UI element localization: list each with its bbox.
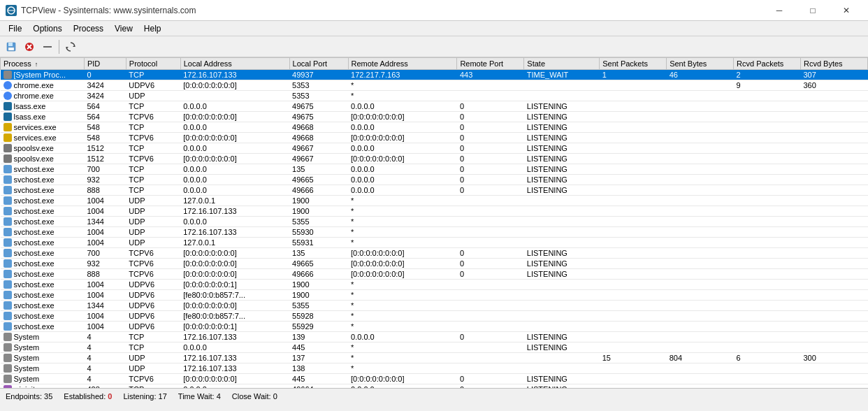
closewait-label: Close Wait: xyxy=(232,392,271,401)
table-row[interactable]: svchost.exe932TCP0.0.0.0496650.0.0.00LIS… xyxy=(1,175,868,185)
listening-status: Listening: 17 xyxy=(123,392,166,401)
col-header-pid[interactable]: PID xyxy=(84,58,126,70)
save-button[interactable] xyxy=(3,38,20,55)
svg-marker-10 xyxy=(66,47,68,49)
svg-rect-3 xyxy=(8,43,13,46)
app-icon xyxy=(6,5,17,16)
col-header-rcvdbytes[interactable]: Rcvd Bytes xyxy=(800,58,867,70)
menu-view[interactable]: View xyxy=(109,22,138,35)
col-header-state[interactable]: State xyxy=(524,58,600,70)
table-row[interactable]: lsass.exe564TCPV6[0:0:0:0:0:0:0:0]49675[… xyxy=(1,112,868,122)
table-row[interactable]: spoolsv.exe1512TCP0.0.0.0496670.0.0.00LI… xyxy=(1,143,868,154)
table-row[interactable]: System4TCPV6[0:0:0:0:0:0:0:0]445[0:0:0:0… xyxy=(1,374,868,384)
timewait-status: Time Wait: 4 xyxy=(178,392,221,401)
titlebar: TCPView - Sysinternals: www.sysinternals… xyxy=(0,0,868,21)
established-label: Established: xyxy=(64,392,106,401)
col-header-rcvdpkts[interactable]: Rcvd Packets xyxy=(734,58,801,70)
minimize-button[interactable]: ─ xyxy=(763,0,795,21)
table-row[interactable]: svchost.exe888TCPV6[0:0:0:0:0:0:0:0]4966… xyxy=(1,269,868,280)
table-row[interactable]: svchost.exe1004UDP127.0.0.11900* xyxy=(1,196,868,206)
menu-process[interactable]: Process xyxy=(68,22,109,35)
table-row[interactable]: chrome.exe3424UDP5353* xyxy=(1,91,868,101)
endpoints-status: Endpoints: 35 xyxy=(6,392,52,401)
table-row[interactable]: System4TCP0.0.0.0445*LISTENING xyxy=(1,342,868,353)
closewait-status: Close Wait: 0 xyxy=(232,392,277,401)
listening-label: Listening: xyxy=(123,392,156,401)
table-row[interactable]: svchost.exe932TCPV6[0:0:0:0:0:0:0:0]4966… xyxy=(1,259,868,269)
endpoints-label: Endpoints: xyxy=(6,392,42,401)
svg-rect-8 xyxy=(43,46,52,48)
menu-help[interactable]: Help xyxy=(138,22,167,35)
window-controls: ─ □ ✕ xyxy=(763,0,862,21)
table-row[interactable]: svchost.exe1004UDPV6[0:0:0:0:0:0:0:1]190… xyxy=(1,280,868,290)
refresh-button[interactable] xyxy=(62,38,79,55)
table-row[interactable]: svchost.exe1004UDPV6[0:0:0:0:0:0:0:1]559… xyxy=(1,322,868,332)
established-status: Established: 0 xyxy=(64,392,112,401)
col-header-localport[interactable]: Local Port xyxy=(289,58,348,70)
col-header-remoteport[interactable]: Remote Port xyxy=(457,58,524,70)
svg-rect-4 xyxy=(8,48,14,50)
toolbar-separator xyxy=(59,40,59,54)
col-header-remoteaddr[interactable]: Remote Address xyxy=(348,58,457,70)
table-row[interactable]: svchost.exe1004UDPV6[fe80:0:0:b857:7...1… xyxy=(1,290,868,301)
endpoints-value: 35 xyxy=(44,392,52,401)
closewait-value: 0 xyxy=(273,392,277,401)
col-header-sentbytes[interactable]: Sent Bytes xyxy=(667,58,734,70)
table-row[interactable]: services.exe548TCP0.0.0.0496680.0.0.00LI… xyxy=(1,122,868,133)
col-header-localaddr[interactable]: Local Address xyxy=(180,58,289,70)
table-row[interactable]: svchost.exe1004UDP172.16.107.1331900* xyxy=(1,206,868,217)
established-value: 0 xyxy=(108,392,112,401)
table-row[interactable]: svchost.exe700TCPV6[0:0:0:0:0:0:0:0]135[… xyxy=(1,248,868,259)
table-row[interactable]: wininit.exe428TCP0.0.0.0496640.0.0.00LIS… xyxy=(1,384,868,389)
table-row[interactable]: svchost.exe1344UDP0.0.0.05355* xyxy=(1,217,868,227)
menu-options[interactable]: Options xyxy=(27,22,67,35)
connections-table: Process ↑ PID Protocol Local Address Loc… xyxy=(0,57,868,388)
table-row[interactable]: System4UDP172.16.107.133137*158046300 xyxy=(1,353,868,363)
timewait-value: 4 xyxy=(217,392,221,401)
table-row[interactable]: svchost.exe888TCP0.0.0.0496660.0.0.00LIS… xyxy=(1,185,868,196)
timewait-label: Time Wait: xyxy=(178,392,215,401)
table-row[interactable]: svchost.exe1344UDPV6[0:0:0:0:0:0:0:0]535… xyxy=(1,301,868,311)
maximize-button[interactable]: □ xyxy=(797,0,829,21)
close-button[interactable]: ✕ xyxy=(830,0,862,21)
col-header-process[interactable]: Process ↑ xyxy=(1,58,85,70)
table-row[interactable]: [System Proc...0TCP172.16.107.1334993717… xyxy=(1,70,868,80)
titlebar-left: TCPView - Sysinternals: www.sysinternals… xyxy=(6,5,196,16)
table-row[interactable]: svchost.exe1004UDP172.16.107.13355930* xyxy=(1,227,868,238)
statusbar: Endpoints: 35 Established: 0 Listening: … xyxy=(0,388,868,403)
table-row[interactable]: System4UDP172.16.107.133138* xyxy=(1,363,868,374)
window-title: TCPView - Sysinternals: www.sysinternals… xyxy=(21,6,196,15)
table-row[interactable]: lsass.exe564TCP0.0.0.0496750.0.0.00LISTE… xyxy=(1,101,868,112)
col-header-protocol[interactable]: Protocol xyxy=(126,58,180,70)
kill-button[interactable] xyxy=(21,38,38,55)
table-container[interactable]: Process ↑ PID Protocol Local Address Loc… xyxy=(0,57,868,388)
close-conn-button[interactable] xyxy=(39,38,56,55)
table-row[interactable]: spoolsv.exe1512TCPV6[0:0:0:0:0:0:0:0]496… xyxy=(1,154,868,164)
svg-marker-9 xyxy=(73,45,75,47)
col-header-sentpkts[interactable]: Sent Packets xyxy=(600,58,667,70)
table-row[interactable]: services.exe548TCPV6[0:0:0:0:0:0:0:0]496… xyxy=(1,133,868,143)
toolbar xyxy=(0,36,868,57)
listening-value: 17 xyxy=(159,392,167,401)
table-row[interactable]: svchost.exe1004UDP127.0.0.155931* xyxy=(1,238,868,248)
table-row[interactable]: chrome.exe3424UDPV6[0:0:0:0:0:0:0:0]5353… xyxy=(1,80,868,91)
menubar: File Options Process View Help xyxy=(0,21,868,36)
table-row[interactable]: svchost.exe1004UDPV6[fe80:0:0:b857:7...5… xyxy=(1,311,868,322)
table-row[interactable]: System4TCP172.16.107.1331390.0.0.00LISTE… xyxy=(1,332,868,342)
table-row[interactable]: svchost.exe700TCP0.0.0.01350.0.0.00LISTE… xyxy=(1,164,868,175)
menu-file[interactable]: File xyxy=(3,22,27,35)
